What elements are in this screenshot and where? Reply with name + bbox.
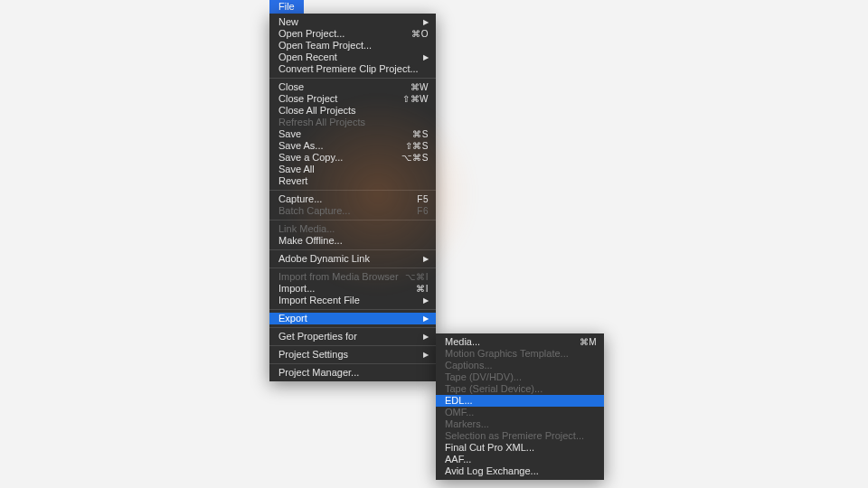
file-menu-item-project-settings[interactable]: Project Settings▶ [269, 349, 436, 361]
file-menu-item-label: Save a Copy... [278, 152, 343, 164]
file-menu-item-shortcut: ⌥⌘S [401, 152, 429, 164]
file-menu-item-label: Convert Premiere Clip Project... [278, 63, 419, 75]
file-menu-separator [269, 249, 436, 250]
file-menu-separator [269, 363, 436, 364]
file-menu-item-link-media: Link Media... [269, 223, 436, 235]
menubar-file[interactable]: File [269, 0, 304, 14]
file-menu-item-shortcut: F6 [417, 205, 429, 217]
file-menu-item-convert-premiere-clip-project[interactable]: Convert Premiere Clip Project... [269, 63, 436, 75]
export-menu-item-label: Captions... [445, 360, 493, 371]
file-menu-separator [269, 345, 436, 346]
file-menu-item-adobe-dynamic-link[interactable]: Adobe Dynamic Link▶ [269, 253, 436, 265]
export-menu-item-label: Tape (DV/HDV)... [445, 371, 522, 383]
export-menu-item-label: OMF... [445, 407, 474, 418]
file-menu-item-save[interactable]: Save⌘S [269, 128, 436, 140]
export-menu-item-label: Markers... [445, 418, 489, 430]
file-menu-item-batch-capture: Batch Capture...F6 [269, 205, 436, 217]
file-menu-item-shortcut: F5 [417, 193, 429, 205]
file-menu-item-shortcut: ⇧⌘S [405, 140, 429, 152]
file-menu-item-label: Adobe Dynamic Link [278, 253, 370, 265]
submenu-arrow-icon: ▶ [423, 253, 429, 265]
file-menu-item-shortcut: ⌥⌘I [405, 271, 429, 283]
file-menu-item-label: Make Offline... [278, 235, 343, 247]
file-menu-item-label: Open Team Project... [278, 40, 372, 52]
export-menu-item-final-cut-pro-xml[interactable]: Final Cut Pro XML... [436, 442, 604, 454]
file-menu-item-open-project[interactable]: Open Project...⌘O [269, 28, 436, 40]
export-menu-item-label: EDL... [445, 395, 473, 407]
file-menu-item-revert[interactable]: Revert [269, 175, 436, 187]
file-menu-item-label: New [278, 16, 298, 28]
export-menu-item-motion-graphics-template: Motion Graphics Template... [436, 348, 604, 360]
export-menu-item-label: Selection as Premiere Project... [445, 430, 584, 442]
file-menu-item-open-team-project[interactable]: Open Team Project... [269, 40, 436, 52]
file-menu-item-import-from-media-browser: Import from Media Browser⌥⌘I [269, 271, 436, 283]
file-menu-item-shortcut: ⌘O [411, 28, 429, 40]
file-menu-item-close-all-projects[interactable]: Close All Projects [269, 105, 436, 117]
file-menu-item-save-all[interactable]: Save All [269, 164, 436, 175]
file-menu-item-export[interactable]: Export▶ [269, 313, 436, 324]
submenu-arrow-icon: ▶ [423, 295, 429, 306]
file-menu-item-shortcut: ⇧⌘W [402, 93, 429, 105]
file-menu-separator [269, 309, 436, 310]
file-menu-item-label: Close All Projects [278, 105, 356, 117]
file-menu-item-import-recent-file[interactable]: Import Recent File▶ [269, 295, 436, 306]
file-menu-item-import[interactable]: Import...⌘I [269, 283, 436, 295]
file-menu-item-label: Save [278, 128, 301, 140]
file-menu-item-label: Open Project... [278, 28, 344, 40]
export-menu-item-markers: Markers... [436, 418, 604, 430]
file-menu-item-label: Revert [278, 175, 307, 187]
export-menu-item-label: Media... [445, 336, 480, 348]
file-menu-item-label: Open Recent [278, 52, 337, 63]
submenu-arrow-icon: ▶ [423, 16, 429, 28]
export-submenu[interactable]: Media...⌘MMotion Graphics Template...Cap… [436, 333, 604, 480]
file-menu-separator [269, 267, 436, 268]
file-menu-item-label: Capture... [278, 193, 322, 205]
file-menu-item-refresh-all-projects: Refresh All Projects [269, 117, 436, 128]
submenu-arrow-icon: ▶ [423, 331, 429, 343]
file-menu-item-close-project[interactable]: Close Project⇧⌘W [269, 93, 436, 105]
file-menu-item-capture[interactable]: Capture...F5 [269, 193, 436, 205]
file-menu-item-save-a-copy[interactable]: Save a Copy...⌥⌘S [269, 152, 436, 164]
file-menu-separator [269, 220, 436, 221]
file-menu-item-label: Refresh All Projects [278, 117, 365, 128]
file-menu[interactable]: New▶Open Project...⌘OOpen Team Project..… [269, 14, 436, 381]
export-menu-item-label: AAF... [445, 454, 471, 465]
file-menu-item-get-properties-for[interactable]: Get Properties for▶ [269, 331, 436, 343]
file-menu-item-label: Import Recent File [278, 295, 360, 306]
file-menu-item-label: Import from Media Browser [278, 271, 399, 283]
file-menu-item-make-offline[interactable]: Make Offline... [269, 235, 436, 247]
file-menu-item-save-as[interactable]: Save As...⇧⌘S [269, 140, 436, 152]
file-menu-item-shortcut: ⌘W [410, 81, 429, 93]
file-menu-item-open-recent[interactable]: Open Recent▶ [269, 52, 436, 63]
export-menu-item-label: Motion Graphics Template... [445, 348, 569, 360]
file-menu-item-shortcut: ⌘S [412, 128, 429, 140]
file-menu-item-label: Project Manager... [278, 367, 359, 379]
export-menu-item-avid-log-exchange[interactable]: Avid Log Exchange... [436, 465, 604, 477]
file-menu-item-label: Project Settings [278, 349, 348, 361]
file-menu-item-close[interactable]: Close⌘W [269, 81, 436, 93]
submenu-arrow-icon: ▶ [423, 349, 429, 361]
file-menu-item-label: Close Project [278, 93, 337, 105]
export-menu-item-omf: OMF... [436, 407, 604, 418]
export-menu-item-tape-serial-device: Tape (Serial Device)... [436, 383, 604, 395]
file-menu-item-label: Save As... [278, 140, 324, 152]
submenu-arrow-icon: ▶ [423, 313, 429, 324]
file-menu-item-shortcut: ⌘I [416, 283, 429, 295]
file-menu-item-project-manager[interactable]: Project Manager... [269, 367, 436, 379]
export-menu-item-aaf[interactable]: AAF... [436, 454, 604, 465]
file-menu-item-new[interactable]: New▶ [269, 16, 436, 28]
file-menu-item-label: Close [278, 81, 304, 93]
export-menu-item-label: Tape (Serial Device)... [445, 383, 542, 395]
export-menu-item-selection-as-premiere-project: Selection as Premiere Project... [436, 430, 604, 442]
submenu-arrow-icon: ▶ [423, 52, 429, 63]
file-menu-item-label: Export [278, 313, 307, 324]
export-menu-item-edl[interactable]: EDL... [436, 395, 604, 407]
export-menu-item-tape-dv-hdv: Tape (DV/HDV)... [436, 371, 604, 383]
export-menu-item-media[interactable]: Media...⌘M [436, 336, 604, 348]
file-menu-item-label: Save All [278, 164, 315, 175]
export-menu-item-shortcut: ⌘M [580, 336, 597, 348]
file-menu-separator [269, 78, 436, 79]
export-menu-item-label: Final Cut Pro XML... [445, 442, 534, 454]
file-menu-separator [269, 327, 436, 328]
export-menu-item-label: Avid Log Exchange... [445, 465, 539, 477]
